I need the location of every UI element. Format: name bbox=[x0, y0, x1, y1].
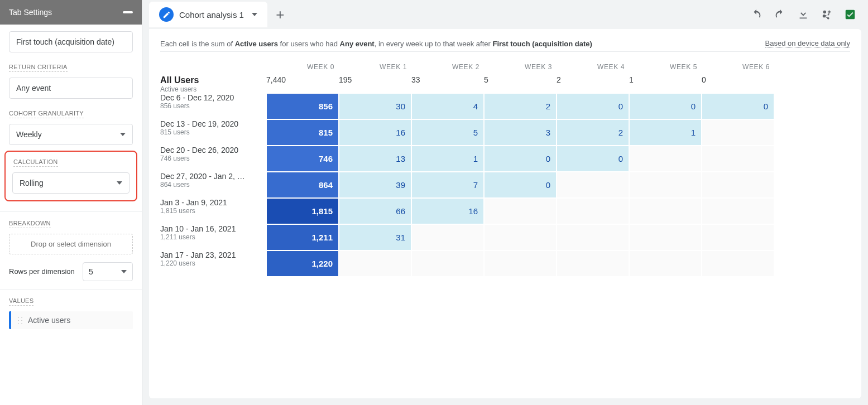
cohort-cell-week0[interactable]: 1,220 bbox=[266, 250, 339, 277]
sidebar-header: Tab Settings bbox=[0, 0, 142, 25]
total-row-value: 5 bbox=[484, 75, 557, 93]
cohort-cell[interactable]: 0 bbox=[557, 93, 629, 119]
cohort-row-label[interactable]: Dec 27, 2020 - Jan 2, … 864 users bbox=[160, 172, 266, 198]
cohort-cell-empty bbox=[702, 198, 774, 224]
cohort-cell[interactable]: 16 bbox=[411, 198, 484, 224]
cohort-cell[interactable]: 2 bbox=[557, 119, 629, 146]
return-criteria-value: Any event bbox=[16, 84, 51, 93]
cohort-cell[interactable]: 30 bbox=[339, 93, 411, 119]
cohort-cell[interactable]: 1 bbox=[411, 146, 484, 172]
cohort-cell-empty bbox=[629, 172, 702, 198]
main-area: Cohort analysis 1 + Each cell is the sum… bbox=[142, 0, 868, 405]
calculation-select[interactable]: Rolling bbox=[12, 172, 130, 194]
tab-name: Cohort analysis 1 bbox=[179, 10, 244, 20]
download-button[interactable] bbox=[797, 8, 810, 21]
table-column-header: WEEK 3 bbox=[484, 57, 557, 75]
cohort-cell[interactable]: 0 bbox=[702, 93, 774, 119]
collapse-icon[interactable] bbox=[123, 11, 133, 13]
table-column-header: WEEK 6 bbox=[702, 57, 774, 75]
cohort-cell-empty bbox=[411, 224, 484, 250]
table-column-header: WEEK 5 bbox=[629, 57, 702, 75]
cohort-cell[interactable]: 3 bbox=[484, 119, 557, 146]
cohort-cell-week0[interactable]: 1,815 bbox=[266, 198, 339, 224]
cohort-cell-empty bbox=[702, 172, 774, 198]
share-button[interactable] bbox=[820, 8, 833, 21]
cohort-cell[interactable]: 0 bbox=[484, 172, 557, 198]
breakdown-label: BREAKDOWN bbox=[9, 220, 51, 228]
breakdown-dropzone[interactable]: Drop or select dimension bbox=[9, 234, 133, 254]
cohort-cell-empty bbox=[629, 224, 702, 250]
cohort-cell[interactable]: 31 bbox=[339, 224, 411, 250]
table-column-header: WEEK 0 bbox=[266, 57, 339, 75]
cohort-row-label[interactable]: Jan 3 - Jan 9, 2021 1,815 users bbox=[160, 198, 266, 224]
table-column-header: WEEK 4 bbox=[557, 57, 629, 75]
rows-per-dimension-select[interactable]: 5 bbox=[83, 262, 133, 281]
undo-button[interactable] bbox=[750, 8, 763, 21]
total-row-value: 2 bbox=[557, 75, 629, 93]
table-column-header: WEEK 2 bbox=[411, 57, 484, 75]
cohort-cell-empty bbox=[484, 224, 557, 250]
cohort-cell-empty bbox=[557, 198, 629, 224]
cohort-row-label[interactable]: Dec 20 - Dec 26, 2020 746 users bbox=[160, 146, 266, 172]
cohort-cell[interactable]: 5 bbox=[411, 119, 484, 146]
cohort-cell[interactable]: 4 bbox=[411, 93, 484, 119]
cohort-row-label[interactable]: Dec 13 - Dec 19, 2020 815 users bbox=[160, 119, 266, 146]
cohort-cell-empty bbox=[702, 224, 774, 250]
cohort-cell-empty bbox=[629, 146, 702, 172]
cohort-cell-empty bbox=[339, 250, 411, 277]
total-row-value: 7,440 bbox=[266, 75, 339, 93]
cohort-cell-empty bbox=[702, 250, 774, 277]
cohort-inclusion-value: First touch (acquisition date) bbox=[16, 37, 114, 46]
values-metric-chip[interactable]: Active users bbox=[9, 311, 133, 329]
cohort-cell[interactable]: 7 bbox=[411, 172, 484, 198]
tab-cohort-analysis[interactable]: Cohort analysis 1 bbox=[149, 2, 267, 27]
settings-sidebar: Tab Settings First touch (acquisition da… bbox=[0, 0, 142, 405]
cohort-cell[interactable]: 0 bbox=[557, 146, 629, 172]
chevron-down-icon bbox=[121, 270, 127, 273]
total-row-label: All Users Active users bbox=[160, 75, 266, 93]
cohort-row-label[interactable]: Jan 17 - Jan 23, 2021 1,220 users bbox=[160, 250, 266, 277]
cohort-row-label[interactable]: Dec 6 - Dec 12, 2020 856 users bbox=[160, 93, 266, 119]
cohort-cell-week0[interactable]: 1,211 bbox=[266, 224, 339, 250]
rows-per-dimension-value: 5 bbox=[89, 267, 93, 276]
add-tab-button[interactable]: + bbox=[267, 2, 293, 27]
cohort-cell-empty bbox=[557, 172, 629, 198]
cohort-cell-week0[interactable]: 864 bbox=[266, 172, 339, 198]
cohort-cell-empty bbox=[629, 250, 702, 277]
total-row-value: 195 bbox=[339, 75, 411, 93]
save-button[interactable] bbox=[843, 8, 857, 21]
cohort-cell[interactable]: 0 bbox=[484, 146, 557, 172]
svg-point-0 bbox=[823, 11, 827, 14]
cohort-cell-week0[interactable]: 746 bbox=[266, 146, 339, 172]
cohort-cell-empty bbox=[557, 250, 629, 277]
cohort-cell[interactable]: 66 bbox=[339, 198, 411, 224]
caption-row: Each cell is the sum of Active users for… bbox=[160, 39, 850, 52]
drag-handle-icon bbox=[17, 316, 23, 324]
return-criteria-select[interactable]: Any event bbox=[9, 78, 133, 99]
granularity-label: COHORT GRANULARITY bbox=[9, 110, 84, 118]
cohort-row-label[interactable]: Jan 10 - Jan 16, 2021 1,211 users bbox=[160, 224, 266, 250]
cohort-cell[interactable]: 16 bbox=[339, 119, 411, 146]
cohort-cell[interactable]: 39 bbox=[339, 172, 411, 198]
calculation-value: Rolling bbox=[20, 179, 44, 187]
cohort-cell-empty bbox=[484, 250, 557, 277]
cohort-cell-empty bbox=[411, 250, 484, 277]
granularity-select[interactable]: Weekly bbox=[9, 124, 133, 145]
caption-text: Each cell is the sum of Active users for… bbox=[160, 40, 592, 48]
cohort-cell-empty bbox=[557, 224, 629, 250]
cohort-cell[interactable]: 13 bbox=[339, 146, 411, 172]
calculation-highlight: CALCULATION Rolling bbox=[4, 151, 137, 201]
cohort-inclusion-select[interactable]: First touch (acquisition date) bbox=[9, 31, 133, 52]
cohort-cell[interactable]: 0 bbox=[629, 93, 702, 119]
table-corner bbox=[160, 57, 266, 75]
cohort-cell[interactable]: 2 bbox=[484, 93, 557, 119]
total-row-value: 1 bbox=[629, 75, 702, 93]
cohort-cell-empty bbox=[484, 198, 557, 224]
cohort-cell-week0[interactable]: 815 bbox=[266, 119, 339, 146]
cohort-cell-empty bbox=[702, 146, 774, 172]
cohort-cell-week0[interactable]: 856 bbox=[266, 93, 339, 119]
redo-button[interactable] bbox=[773, 8, 787, 21]
device-data-note[interactable]: Based on device data only bbox=[765, 39, 851, 48]
cohort-cell[interactable]: 1 bbox=[629, 119, 702, 146]
chevron-down-icon bbox=[120, 133, 126, 136]
